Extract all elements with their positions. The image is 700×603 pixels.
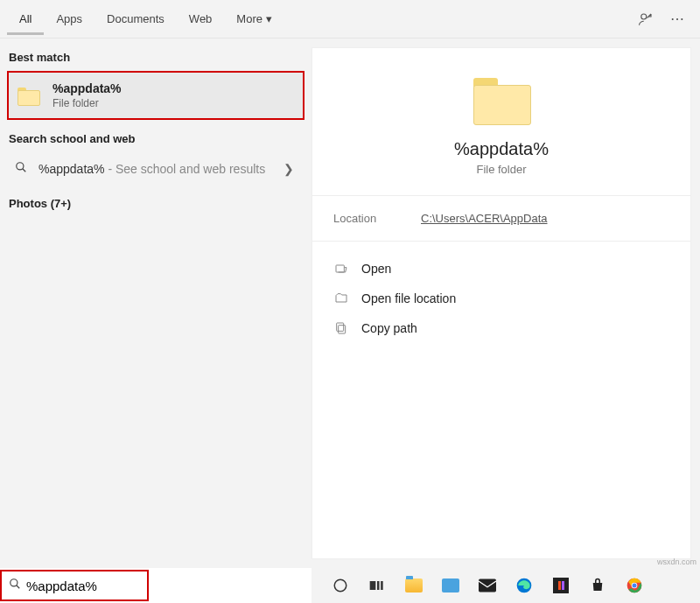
tab-all[interactable]: All bbox=[7, 4, 44, 35]
web-result-query: %appdata% bbox=[38, 162, 105, 176]
search-input[interactable] bbox=[26, 578, 192, 593]
app-icon[interactable] bbox=[439, 574, 462, 597]
figma-icon[interactable] bbox=[550, 574, 572, 597]
svg-point-0 bbox=[641, 14, 647, 19]
svg-rect-4 bbox=[339, 326, 346, 333]
photos-label: Photos (7+) bbox=[0, 185, 312, 217]
folder-icon bbox=[18, 86, 42, 105]
chevron-right-icon[interactable]: ❯ bbox=[278, 162, 299, 176]
taskbar bbox=[0, 568, 700, 603]
svg-point-1 bbox=[17, 163, 24, 170]
tab-more-label: More bbox=[236, 12, 262, 25]
svg-point-8 bbox=[334, 579, 346, 592]
svg-rect-9 bbox=[370, 581, 376, 590]
cortana-icon[interactable] bbox=[329, 574, 352, 597]
web-result-text: %appdata% - See school and web results bbox=[38, 162, 278, 176]
best-match-label: Best match bbox=[0, 39, 312, 71]
detail-panel: %appdata% File folder Location C:\Users\… bbox=[312, 47, 691, 559]
task-view-icon[interactable] bbox=[366, 574, 388, 597]
taskbar-icons bbox=[312, 574, 646, 597]
open-location-icon bbox=[333, 291, 349, 306]
actions-list: Open Open file location Copy path bbox=[312, 242, 690, 355]
chrome-icon[interactable] bbox=[623, 574, 646, 597]
action-open-location[interactable]: Open file location bbox=[333, 284, 669, 313]
detail-hero: %appdata% File folder bbox=[312, 48, 690, 196]
svg-rect-3 bbox=[336, 265, 344, 272]
copy-icon bbox=[333, 320, 349, 336]
tab-more[interactable]: More ▾ bbox=[224, 4, 284, 35]
mail-icon[interactable] bbox=[476, 574, 499, 597]
web-result-row[interactable]: %appdata% - See school and web results ❯ bbox=[0, 152, 312, 185]
svg-point-16 bbox=[633, 584, 637, 588]
svg-rect-11 bbox=[381, 581, 383, 590]
svg-rect-10 bbox=[377, 581, 380, 590]
search-web-label: Search school and web bbox=[0, 120, 312, 152]
search-box[interactable] bbox=[0, 570, 149, 601]
search-icon bbox=[12, 161, 30, 176]
open-icon bbox=[333, 261, 349, 277]
svg-rect-5 bbox=[337, 323, 344, 331]
location-row: Location C:\Users\ACER\AppData bbox=[312, 196, 690, 242]
web-result-hint: - See school and web results bbox=[105, 162, 266, 176]
detail-title: %appdata% bbox=[454, 139, 549, 159]
svg-line-2 bbox=[23, 169, 26, 172]
tab-documents[interactable]: Documents bbox=[94, 4, 177, 35]
more-options-icon[interactable]: ⋯ bbox=[662, 4, 693, 35]
svg-rect-12 bbox=[479, 579, 496, 592]
action-open-location-label: Open file location bbox=[361, 291, 456, 305]
best-match-title: %appdata% bbox=[52, 81, 122, 95]
best-match-result[interactable]: %appdata% File folder bbox=[7, 71, 304, 120]
search-tabs: All Apps Documents Web More ▾ ⋯ bbox=[0, 0, 700, 39]
file-explorer-icon[interactable] bbox=[402, 574, 425, 597]
feedback-icon[interactable] bbox=[630, 4, 662, 35]
action-copy-path[interactable]: Copy path bbox=[333, 313, 669, 343]
results-panel: Best match %appdata% File folder Search … bbox=[0, 39, 312, 568]
folder-icon bbox=[468, 73, 535, 127]
tab-web[interactable]: Web bbox=[177, 4, 225, 35]
action-open-label: Open bbox=[361, 262, 391, 276]
best-match-subtitle: File folder bbox=[52, 97, 122, 109]
location-label: Location bbox=[333, 212, 421, 225]
chevron-down-icon: ▾ bbox=[266, 12, 272, 25]
svg-line-7 bbox=[17, 585, 20, 589]
svg-point-6 bbox=[10, 579, 18, 586]
store-icon[interactable] bbox=[586, 574, 609, 597]
action-open[interactable]: Open bbox=[333, 254, 669, 284]
action-copy-path-label: Copy path bbox=[361, 321, 417, 335]
tab-apps[interactable]: Apps bbox=[44, 4, 94, 35]
detail-subtitle: File folder bbox=[476, 163, 526, 176]
watermark: wsxdn.com bbox=[657, 557, 696, 566]
location-link[interactable]: C:\Users\ACER\AppData bbox=[421, 212, 548, 225]
edge-icon[interactable] bbox=[513, 574, 536, 597]
search-icon bbox=[9, 578, 21, 593]
